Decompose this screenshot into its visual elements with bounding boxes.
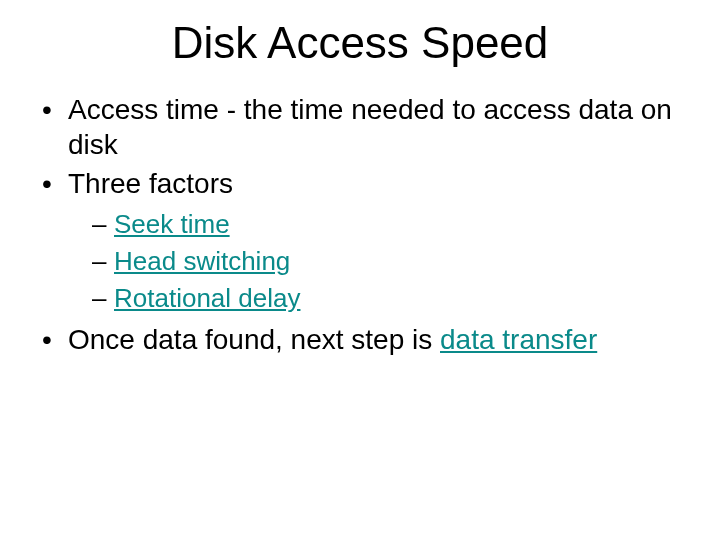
sub-bullet-list: Seek time Head switching Rotational dela…	[92, 207, 690, 316]
sub-bullet-rotational-delay-text: Rotational delay	[114, 283, 300, 313]
sub-bullet-head-switching-text: Head switching	[114, 246, 290, 276]
bullet-access-time: Access time - the time needed to access …	[40, 92, 690, 162]
sub-bullet-head-switching: Head switching	[92, 244, 690, 279]
bullet-three-factors: Three factors Seek time Head switching R…	[40, 166, 690, 316]
bullet-three-factors-text: Three factors	[68, 168, 233, 199]
bullet-data-transfer: Once data found, next step is data trans…	[40, 322, 690, 357]
bullet-data-transfer-pre: Once data found, next step is	[68, 324, 440, 355]
sub-bullet-seek-time-text: Seek time	[114, 209, 230, 239]
slide-title: Disk Access Speed	[30, 18, 690, 68]
sub-bullet-rotational-delay: Rotational delay	[92, 281, 690, 316]
bullet-data-transfer-link: data transfer	[440, 324, 597, 355]
bullet-list: Access time - the time needed to access …	[40, 92, 690, 357]
sub-bullet-seek-time: Seek time	[92, 207, 690, 242]
slide: Disk Access Speed Access time - the time…	[0, 0, 720, 540]
